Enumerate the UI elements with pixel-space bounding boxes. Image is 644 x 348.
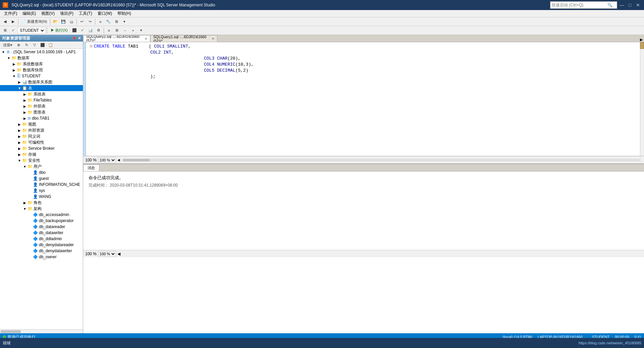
quick-launch-input[interactable] <box>550 3 607 7</box>
undo-btn[interactable]: ↩ <box>78 18 86 25</box>
tree-node-views[interactable]: ▶ 📁 视图 <box>0 121 83 127</box>
tree-node-schema-denydatawriter[interactable]: 🔷 db_denydatawriter <box>0 248 83 254</box>
maximize-button[interactable]: □ <box>627 2 633 8</box>
tree-node-service-broker[interactable]: ▶ 📁 Service Broker <box>0 145 83 151</box>
tree-node-diagrams[interactable]: ▶ 📊 数据库关系图 <box>0 79 83 85</box>
execute-btn[interactable]: ▶ 执行(X) <box>48 27 70 34</box>
tree-node-user-guest[interactable]: 👤 guest <box>0 176 83 182</box>
tree-node-graph-tables[interactable]: ▶ 📁 图形表 <box>0 109 83 115</box>
tree-node-snapshots[interactable]: ▶ 📁 数据库快照 <box>0 67 83 73</box>
oe-pin-button[interactable]: 📌 <box>72 36 76 41</box>
tree-node-schema-accessadmin[interactable]: 🔷 db_accessadmin <box>0 212 83 218</box>
menu-edit[interactable]: 编辑(E) <box>20 10 39 17</box>
tab-sqlquery2[interactable]: SQLQuery2.sql -...6DJR1\61660 (57))* ✕ <box>83 35 150 42</box>
back-button[interactable]: ◀ <box>1 18 9 25</box>
menu-project[interactable]: 项目(P) <box>57 10 76 17</box>
redo-btn[interactable]: ↪ <box>86 18 94 25</box>
tree-node-storage[interactable]: ▶ 📁 存储 <box>0 151 83 157</box>
tree-node-user-sys[interactable]: 👤 sys <box>0 188 83 194</box>
editor-vscrollbar[interactable] <box>640 42 644 156</box>
tree-node-user-wang[interactable]: 👤 WANG <box>0 194 83 200</box>
tree-node-external-res[interactable]: ▶ 📁 外部资源 <box>0 127 83 133</box>
tree-node-schema-datareader[interactable]: 🔷 db_datareader <box>0 224 83 230</box>
more2-btn[interactable]: ≡ <box>105 27 113 34</box>
quick-launch-bar[interactable]: 🔍 <box>550 1 617 9</box>
forward-button[interactable]: ▶ <box>9 18 17 25</box>
tree-node-student-db[interactable]: ▼ 🗄 STUDENT <box>0 73 83 79</box>
zoom-out-btn[interactable]: − <box>121 27 129 34</box>
tab-scroll-right[interactable]: ▶ <box>639 38 644 42</box>
oe-disconnect-btn[interactable]: ⊗ <box>15 42 22 49</box>
results-zoom-select[interactable]: 100 % <box>98 251 116 257</box>
code-line-3: COL3 CHAR(20), <box>90 56 641 62</box>
oe-close-button[interactable]: ✕ <box>78 36 81 41</box>
save-all-btn[interactable]: 🗂 <box>68 18 75 25</box>
oe-connect-btn[interactable]: 连接▾ <box>1 42 14 49</box>
menu-view[interactable]: 视图(V) <box>39 10 57 17</box>
server-icon: 🖥 <box>6 50 10 54</box>
tree-node-schema-owner[interactable]: 🔷 db_owner <box>0 254 83 260</box>
tree-node-schema-backupop[interactable]: 🔷 db_backupoperator <box>0 218 83 224</box>
tree-node-external-tables[interactable]: ▶ 📁 外部表 <box>0 103 83 109</box>
more-btn[interactable]: ▾ <box>121 18 128 25</box>
oe-filter-btn[interactable]: ▽ <box>31 42 38 49</box>
open-btn[interactable]: 📂 <box>52 18 59 25</box>
new-query-btn[interactable]: 📄 新建查询(N) <box>20 18 49 25</box>
zoom-in-btn[interactable]: + <box>129 27 137 34</box>
oe-hscrollbar[interactable] <box>0 329 83 333</box>
tree-node-user-dbo[interactable]: 👤 dbo <box>0 169 83 176</box>
parse-btn[interactable]: ✓ <box>79 27 86 34</box>
save-btn[interactable]: 💾 <box>60 18 67 25</box>
tree-node-roles[interactable]: ▶ 📁 角色 <box>0 200 83 206</box>
stop-btn[interactable]: ⬛ <box>71 27 78 34</box>
tree-node-synonyms[interactable]: ▶ 📁 同义词 <box>0 133 83 139</box>
oe-stop-btn[interactable]: ⬛ <box>39 42 46 49</box>
close-button[interactable]: ✕ <box>635 2 641 8</box>
tb2-btn2[interactable]: ✓ <box>9 27 17 34</box>
tree-node-systemdbs[interactable]: ▶ 📁 系统数据库 <box>0 61 83 67</box>
tree-node-dbo-tab1[interactable]: ▶ ⊞ dbo.TAB1 <box>0 115 83 121</box>
tree-node-users[interactable]: ▼ 📁 用户 <box>0 163 83 169</box>
results-btn[interactable]: 📊 <box>87 27 94 34</box>
layout-btn[interactable]: ⊞ <box>113 18 120 25</box>
menu-file[interactable]: 文件(F) <box>1 10 20 17</box>
tb2-btn1[interactable]: ⊞ <box>1 27 9 34</box>
more3-btn[interactable]: ⊞ <box>113 27 121 34</box>
results-scroll-left[interactable]: ◀ <box>117 252 120 256</box>
tab-close-sqlquery1[interactable]: ✕ <box>212 37 214 41</box>
menu-tools[interactable]: 工具(T) <box>76 10 95 17</box>
minimize-button[interactable]: — <box>619 2 625 8</box>
tree-node-databases[interactable]: ▼ 📁 数据库 <box>0 55 83 61</box>
sql-editor[interactable]: ⊟CREATE TABLE TAB1 ( COL1 SMALLINT, COL2… <box>83 42 644 156</box>
oe-header: 对象资源管理器 📌 ✕ <box>0 35 83 42</box>
tree-node-schema-datawriter[interactable]: 🔷 db_datawriter <box>0 230 83 236</box>
tree-node-user-info-schema[interactable]: 👤 INFORMATION_SCHE <box>0 182 83 188</box>
results-zoom-label: 100 % <box>85 252 97 256</box>
database-selector[interactable]: STUDENT <box>17 27 45 34</box>
oe-refresh-btn[interactable]: ↻ <box>23 42 30 49</box>
tab-sqlquery1[interactable]: SQLQuery1.sql -...6DJR1\61660 (52))* ✕ <box>150 35 217 42</box>
tree-node-schemas[interactable]: ▼ 📁 架构 <box>0 206 83 212</box>
results-tab-messages[interactable]: 消息 <box>83 164 99 171</box>
tree-node-server[interactable]: ▼ 🖥 . (SQL Server 14.0.1000.169 - LAP1 <box>0 49 83 55</box>
menu-window[interactable]: 窗口(W) <box>95 10 115 17</box>
tree-node-schema-denydatareader[interactable]: 🔷 db_denydatareader <box>0 242 83 248</box>
tree-node-programmability[interactable]: ▶ 📁 可编程性 <box>0 139 83 145</box>
tree-node-filetables[interactable]: ▶ 📁 FileTables <box>0 97 83 103</box>
editor-hscrollbar[interactable] <box>123 159 641 161</box>
tree-node-sys-tables[interactable]: ▶ 📁 系统表 <box>0 91 83 97</box>
editor-scroll-left[interactable]: ◀ <box>117 158 120 162</box>
tree-node-schema-ddladmin[interactable]: 🔷 db_ddladmin <box>0 236 83 242</box>
properties-btn[interactable]: 🔧 <box>105 18 112 25</box>
editor-vscroll-thumb <box>640 42 644 49</box>
menu-help[interactable]: 帮助(H) <box>115 10 134 17</box>
tree-node-tables[interactable]: ▼ 📋 表 <box>0 85 83 91</box>
summary-btn[interactable]: ≡ <box>97 18 104 25</box>
editor-zoom-select[interactable]: 100 % <box>98 157 116 163</box>
oe-report-btn[interactable]: 📋 <box>47 42 54 49</box>
more4-btn[interactable]: ▾ <box>138 27 145 34</box>
tree-node-security[interactable]: ▼ 📁 安全性 <box>0 157 83 163</box>
query-options-btn[interactable]: ⚙ <box>95 27 102 34</box>
editor-hscroll-thumb <box>123 159 150 161</box>
tab-close-sqlquery2[interactable]: ✕ <box>145 37 147 41</box>
